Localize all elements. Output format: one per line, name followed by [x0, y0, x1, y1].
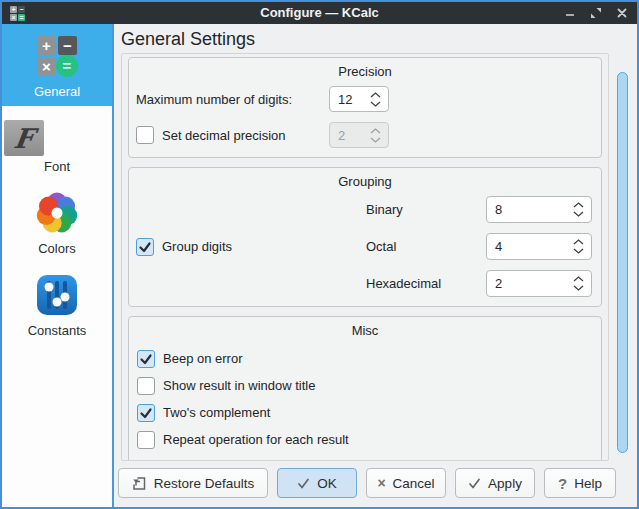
spinbox-arrows[interactable] [364, 92, 388, 107]
calculator-icon: + − × = [36, 35, 78, 77]
binary-label: Binary [366, 202, 486, 217]
calc-multiply-tile: × [37, 57, 56, 76]
twos-complement-label: Two's complement [163, 405, 270, 420]
apply-check-icon [468, 477, 481, 490]
chevron-down-icon [573, 211, 584, 217]
checkmark-icon [138, 240, 152, 254]
window-controls [563, 6, 629, 20]
apply-label: Apply [488, 476, 522, 491]
titlebar[interactable]: + − × = Configure — KCalc [2, 2, 637, 24]
restore-icon[interactable] [589, 6, 603, 20]
set-decimal-precision-label: Set decimal precision [162, 128, 286, 143]
hexadecimal-label: Hexadecimal [366, 276, 486, 291]
precision-group: Precision Maximum number of digits: 12 [128, 57, 602, 158]
group-digits-checkbox[interactable] [136, 238, 154, 256]
sidebar-item-font[interactable]: F Font [2, 106, 112, 181]
sidebar-item-label: Constants [4, 323, 110, 338]
octal-label: Octal [366, 239, 486, 254]
dialog-button-row: Restore Defaults OK × Cancel Apply [118, 468, 617, 498]
font-icon: F [4, 120, 44, 156]
cancel-label: Cancel [393, 476, 435, 491]
beep-on-error-checkbox[interactable] [137, 350, 155, 368]
equals-key-glyph: = [18, 14, 25, 21]
ok-button[interactable]: OK [277, 468, 357, 498]
set-decimal-precision-checkbox[interactable] [136, 126, 154, 144]
chevron-up-icon [370, 128, 381, 134]
minimize-icon[interactable] [563, 6, 577, 20]
configure-kcalc-window: + − × = Configure — KCalc [0, 0, 639, 509]
hexadecimal-value: 2 [495, 276, 567, 291]
binary-spinbox[interactable]: 8 [486, 196, 592, 223]
calc-plus-tile: + [37, 36, 56, 55]
help-question-icon: ? [558, 475, 567, 492]
help-button[interactable]: ? Help [544, 468, 616, 498]
sidebar-item-constants[interactable]: Constants [2, 263, 112, 345]
max-digits-spinbox[interactable]: 12 [329, 86, 389, 112]
window-title: Configure — KCalc [2, 2, 637, 24]
cancel-x-icon: × [377, 475, 385, 491]
max-digits-value: 12 [338, 92, 364, 107]
cancel-button[interactable]: × Cancel [366, 468, 446, 498]
spinbox-arrows[interactable] [567, 239, 591, 254]
kcalc-app-icon: + − × = [10, 5, 26, 21]
grouping-group-title: Grouping [136, 174, 594, 189]
binary-value: 8 [495, 202, 567, 217]
show-result-title-checkbox[interactable] [137, 377, 155, 395]
multiply-key-glyph: × [10, 14, 17, 21]
settings-scroll-area: Precision Maximum number of digits: 12 [121, 53, 609, 461]
checkmark-icon [139, 352, 153, 366]
calc-minus-tile: − [58, 36, 77, 55]
twos-complement-checkbox[interactable] [137, 404, 155, 422]
minus-key-glyph: − [18, 6, 25, 13]
twos-complement-row: Two's complement [136, 399, 594, 426]
chevron-down-icon [370, 137, 381, 143]
page-title: General Settings [121, 27, 637, 51]
beep-on-error-label: Beep on error [163, 351, 243, 366]
chevron-up-icon [573, 276, 584, 282]
chevron-up-icon [573, 202, 584, 208]
plus-key-glyph: + [10, 6, 17, 13]
sidebar-item-label: General [4, 84, 110, 99]
main-content: General Settings Precision Maximum numbe… [114, 24, 637, 507]
chevron-down-icon [370, 101, 381, 107]
checkmark-icon [139, 406, 153, 420]
decimal-precision-value: 2 [338, 128, 364, 143]
misc-group-title: Misc [136, 323, 594, 338]
close-icon[interactable] [615, 6, 629, 20]
help-label: Help [574, 476, 602, 491]
spinbox-arrows [364, 128, 388, 143]
repeat-operation-label: Repeat operation for each result [163, 432, 349, 447]
colors-icon [36, 192, 78, 234]
sidebar-item-label: Font [4, 159, 110, 174]
precision-group-title: Precision [136, 64, 594, 79]
restore-defaults-button[interactable]: Restore Defaults [118, 468, 268, 498]
chevron-up-icon [573, 239, 584, 245]
chevron-down-icon [573, 248, 584, 254]
spinbox-arrows[interactable] [567, 276, 591, 291]
apply-button[interactable]: Apply [455, 468, 535, 498]
misc-group: Misc Beep on error Show result in window… [128, 316, 602, 461]
sidebar: + − × = General F Font [2, 24, 114, 507]
repeat-operation-checkbox[interactable] [137, 431, 155, 449]
group-digits-label: Group digits [162, 239, 232, 254]
constants-icon [36, 274, 78, 316]
decimal-precision-spinbox: 2 [329, 122, 389, 148]
chevron-up-icon [370, 92, 381, 98]
calc-equals-tile: = [56, 55, 78, 77]
sidebar-item-general[interactable]: + − × = General [2, 24, 112, 106]
octal-value: 4 [495, 239, 567, 254]
grouping-group: Grouping Group digits Binary [128, 167, 602, 307]
hexadecimal-spinbox[interactable]: 2 [486, 270, 592, 297]
beep-on-error-row: Beep on error [136, 345, 594, 372]
sidebar-item-label: Colors [4, 241, 110, 256]
font-glyph: F [12, 123, 36, 154]
restore-defaults-label: Restore Defaults [154, 476, 255, 491]
vertical-scrollbar-thumb[interactable] [617, 72, 628, 453]
octal-spinbox[interactable]: 4 [486, 233, 592, 260]
ok-check-icon [297, 477, 310, 490]
sidebar-item-colors[interactable]: Colors [2, 181, 112, 263]
spinbox-arrows[interactable] [567, 202, 591, 217]
chevron-down-icon [573, 285, 584, 291]
ok-label: OK [317, 476, 337, 491]
restore-defaults-icon [132, 476, 147, 491]
